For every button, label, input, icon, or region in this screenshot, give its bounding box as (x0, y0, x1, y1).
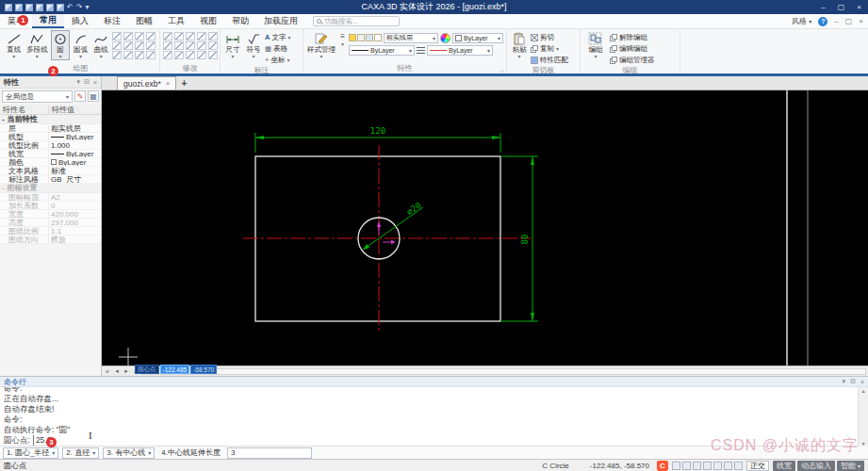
lineweight-icon[interactable] (417, 47, 425, 56)
ribbon-tab-插入[interactable]: 插入 (64, 14, 96, 28)
command-option-4[interactable]: 4.中心线延伸长度 (158, 447, 223, 459)
save-all-icon[interactable] (36, 4, 43, 11)
group-button[interactable]: 编组 ▾ (583, 30, 608, 60)
ribbon-tab-视图[interactable]: 视图 (192, 14, 224, 28)
linetype-select[interactable]: ByLayer ▾ (349, 45, 415, 56)
modify-tool-icon[interactable] (163, 41, 172, 50)
draw-tool-icon[interactable] (146, 32, 156, 41)
status-button-动态输入[interactable]: 动态输入 (797, 461, 835, 471)
tab-close-icon[interactable]: × (166, 79, 171, 88)
modify-tool-icon[interactable] (186, 41, 195, 50)
command-scrollbar[interactable]: ▴ ▾ (858, 387, 868, 447)
property-row[interactable]: 高度297.000 (0, 219, 101, 227)
draw-tool-icon[interactable] (146, 51, 156, 59)
doc-close-button[interactable]: × (859, 17, 863, 25)
status-icon-4[interactable] (703, 462, 712, 470)
edit-properties-icon[interactable]: ✎ (74, 90, 86, 102)
option-input[interactable]: 3 (227, 447, 312, 459)
command-prompt-line[interactable]: 圆心点: 25.0 (4, 435, 864, 446)
tool-arc-button[interactable]: 圆弧 ▾ (72, 30, 90, 60)
status-icon-1[interactable] (672, 462, 680, 470)
command-option-1[interactable]: 1. 圆心_半径▾ (3, 447, 58, 459)
property-row[interactable]: 图幅幅面A2 (0, 193, 101, 202)
save-icon[interactable] (25, 4, 33, 11)
match-properties-button[interactable]: 特性匹配 (531, 55, 568, 65)
edit-group-button[interactable]: 编辑编组 (610, 43, 655, 54)
draw-tool-icon[interactable] (112, 51, 122, 59)
property-section[interactable]: -图幅设置 (0, 184, 101, 193)
panel-close-icon[interactable]: × (860, 379, 864, 385)
drawing-canvas[interactable]: 120 80 ∅20 (102, 90, 868, 365)
property-row[interactable]: 颜色ByLayer (0, 158, 101, 167)
width-dimension[interactable] (255, 133, 500, 153)
dynamic-input-x[interactable]: -122.485 (160, 365, 190, 374)
modify-tool-icon[interactable] (186, 32, 195, 41)
modify-tool-icon[interactable] (197, 32, 206, 41)
scroll-left-icon[interactable]: ◂ (113, 367, 121, 375)
property-row[interactable]: 图纸比例1:1 (0, 227, 101, 236)
draw-tool-icon[interactable] (112, 41, 122, 50)
document-tab[interactable]: guozi.exb* × (117, 76, 176, 89)
command-option-2[interactable]: 2. 直径▾ (62, 447, 99, 459)
text-button[interactable]: A 文字 ▾ (265, 32, 290, 42)
modify-tool-icon[interactable] (163, 32, 172, 41)
scope-select[interactable]: 全局信息 ▾ (2, 90, 73, 103)
layer-state-toggles[interactable] (349, 34, 382, 41)
draw-tool-icon[interactable] (123, 41, 133, 50)
modify-tool-icon[interactable] (208, 32, 218, 41)
ribbon-tab-标注[interactable]: 标注 (96, 14, 128, 28)
modify-tool-icon[interactable] (186, 51, 195, 59)
cut-button[interactable]: 剪切 (531, 32, 568, 42)
tool-polyline-button[interactable]: 多段线 ▾ (25, 30, 50, 60)
style-manager-button[interactable]: 样式管理 ▾ (306, 30, 336, 60)
modify-tool-icon[interactable] (208, 51, 218, 59)
modify-tool-icon[interactable] (208, 41, 218, 50)
dimension-button[interactable]: 尺寸 ▾ (223, 30, 242, 60)
modify-tool-icon[interactable] (163, 51, 172, 59)
property-row[interactable]: 线型比例1.000 (0, 141, 101, 150)
status-button-智能[interactable]: 智能▾ (837, 461, 864, 471)
status-icon-2[interactable] (682, 462, 691, 470)
property-row[interactable]: 标注风格GB_尺寸 (0, 175, 101, 184)
redo-icon[interactable]: ↷ (76, 4, 83, 11)
property-row[interactable]: 线宽ByLayer (0, 150, 101, 158)
print-icon[interactable] (57, 4, 64, 11)
window-minimize-button[interactable]: – (814, 3, 832, 11)
status-icon-6[interactable] (724, 462, 732, 470)
new-tab-button[interactable]: + (176, 76, 191, 89)
property-row[interactable]: 文本风格标准 (0, 167, 101, 175)
command-option-3[interactable]: 3. 有中心线▾ (103, 447, 155, 459)
color-select[interactable]: ByLayer ▾ (452, 33, 503, 43)
pick-object-icon[interactable]: ▦ (88, 90, 99, 102)
new-file-icon[interactable] (5, 4, 12, 11)
modify-tool-icon[interactable] (174, 41, 184, 50)
open-file-icon[interactable] (15, 4, 23, 11)
draw-tool-icon[interactable] (135, 32, 144, 41)
ribbon-tab-帮助[interactable]: 帮助 (224, 14, 256, 28)
status-icon-3[interactable] (693, 462, 701, 470)
scroll-first-icon[interactable]: « (104, 368, 111, 375)
window-close-button[interactable]: × (850, 3, 868, 11)
draw-tool-icon[interactable] (123, 32, 133, 41)
ortho-toggle-button[interactable]: 正交 (746, 461, 769, 471)
scroll-down-icon[interactable]: ▾ (861, 440, 864, 447)
panel-pin-icon[interactable]: ⊟ (850, 378, 856, 385)
property-row[interactable]: 线型ByLayer (0, 133, 101, 141)
ribbon-tab-图幅[interactable]: 图幅 (128, 14, 160, 28)
coordinate-button[interactable]: + 坐标 ▾ (265, 55, 290, 65)
table-button[interactable]: ▦ 表格 (265, 43, 290, 54)
property-row[interactable]: 加长系数0 (0, 202, 101, 210)
undo-icon[interactable]: ↶ (67, 4, 74, 11)
panel-close-icon[interactable]: × (93, 79, 97, 86)
layers-icon[interactable]: ≡ (340, 32, 345, 41)
modify-tool-icon[interactable] (174, 51, 184, 59)
modify-tool-icon[interactable] (174, 32, 184, 41)
window-maximize-button[interactable]: ▢ (832, 3, 850, 11)
status-icon-5[interactable] (713, 462, 722, 470)
draw-tool-icon[interactable] (135, 51, 144, 59)
symbol-button[interactable]: 符号 ▾ (244, 30, 263, 60)
tool-line-button[interactable]: 直线 ▾ (5, 30, 24, 60)
color-wheel-icon[interactable] (440, 33, 450, 43)
plot-icon[interactable] (46, 4, 54, 11)
doc-minimize-button[interactable]: – (834, 17, 838, 25)
